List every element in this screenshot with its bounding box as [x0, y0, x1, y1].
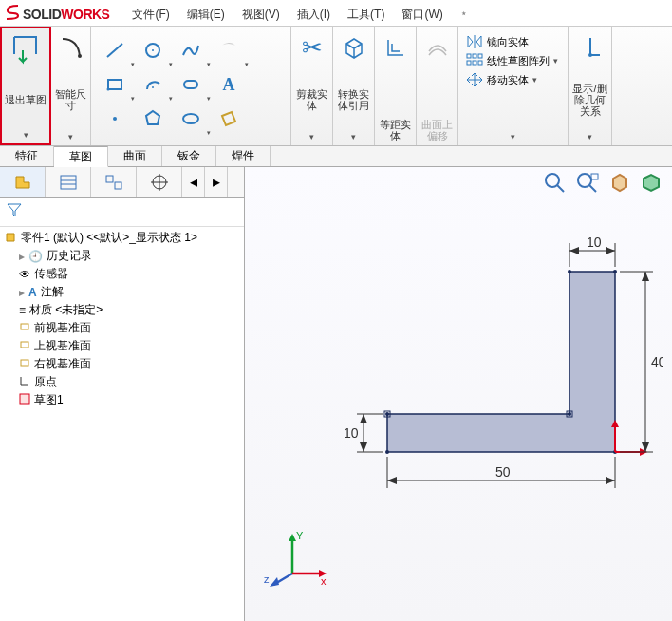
- display-delete-relations-button[interactable]: 显示/删除几何关系 ▾: [569, 27, 612, 145]
- exit-sketch-button[interactable]: 退出草图 ▾: [0, 27, 51, 145]
- svg-marker-73: [289, 534, 296, 541]
- svg-rect-12: [467, 54, 471, 58]
- svg-marker-79: [270, 577, 279, 587]
- ellipse-tool[interactable]: ▾: [173, 103, 209, 135]
- tree-origin[interactable]: 原点: [19, 373, 240, 391]
- material-icon: ≡: [19, 304, 26, 317]
- offset-entities-button[interactable]: 等距实体: [375, 27, 417, 145]
- chevron-down-icon[interactable]: ▾: [588, 132, 592, 141]
- svg-point-18: [588, 53, 592, 57]
- rectangle-tool[interactable]: ▾: [97, 68, 133, 101]
- convert-entities-button[interactable]: 转换实体引用 ▾: [333, 27, 375, 145]
- tree-right-plane[interactable]: 右视基准面: [19, 355, 240, 373]
- svg-rect-22: [106, 176, 113, 182]
- tab-sheetmetal[interactable]: 钣金: [162, 146, 216, 166]
- svg-rect-14: [478, 54, 482, 58]
- sensor-icon: 👁: [19, 268, 30, 281]
- chevron-down-icon[interactable]: ▾: [68, 132, 73, 141]
- feature-manager-tab[interactable]: [0, 167, 46, 197]
- tree-material[interactable]: ≡材质 <未指定>: [19, 301, 240, 319]
- svg-line-32: [557, 185, 564, 192]
- svg-point-38: [385, 450, 389, 454]
- tree-root-part[interactable]: 零件1 (默认) <<默认>_显示状态 1>: [4, 229, 240, 247]
- orientation-triad[interactable]: Y x z: [264, 526, 330, 593]
- fillet-tool[interactable]: ⌒▾: [211, 34, 247, 66]
- point-tool[interactable]: [97, 103, 133, 135]
- filter-row: [0, 198, 244, 227]
- tree-sketch1[interactable]: 草图1: [19, 391, 240, 409]
- annotation-icon: A: [28, 286, 37, 299]
- perpendicular-icon: [573, 30, 607, 65]
- graphics-area[interactable]: 50 10 10 40 Y: [245, 167, 672, 621]
- dimxpert-manager-tab[interactable]: [137, 167, 182, 197]
- svg-rect-27: [21, 324, 28, 329]
- ribbon: 退出草图 ▾ 智能尺寸 ▾ ▾ ▾ ▾ ⌒▾ ▾ ▾ ▾ A ▾ ✂ 剪: [0, 27, 672, 146]
- slot-tool[interactable]: ▾: [173, 68, 209, 101]
- svg-point-5: [107, 88, 110, 91]
- menu-view[interactable]: 视图(V): [242, 7, 280, 23]
- offset-on-surface-button[interactable]: 曲面上偏移: [417, 27, 458, 145]
- text-tool[interactable]: A: [211, 68, 247, 101]
- svg-rect-35: [591, 174, 598, 179]
- polygon-tool[interactable]: [135, 103, 171, 135]
- arc-tool[interactable]: ▾: [135, 68, 171, 101]
- svg-line-34: [589, 185, 596, 192]
- chevron-down-icon[interactable]: ▾: [351, 132, 356, 141]
- svg-marker-58: [360, 442, 367, 452]
- tree-sensors[interactable]: 👁传感器: [19, 265, 240, 283]
- tab-features[interactable]: 特征: [0, 146, 54, 166]
- manager-tabs: ◂ ▸: [0, 167, 244, 198]
- solidworks-logo-text: SOLIDWORKS: [23, 7, 109, 22]
- configuration-manager-tab[interactable]: [91, 167, 137, 197]
- line-tool[interactable]: ▾: [97, 34, 133, 66]
- funnel-icon[interactable]: [6, 205, 23, 221]
- menu-edit[interactable]: 编辑(E): [187, 7, 225, 23]
- svg-rect-7: [184, 81, 197, 88]
- svg-text:10: 10: [344, 425, 359, 441]
- svg-text:40: 40: [651, 354, 663, 369]
- tab-sketch[interactable]: 草图: [54, 146, 108, 167]
- svg-rect-13: [473, 54, 476, 58]
- plane-icon: [19, 321, 30, 335]
- tab-surface[interactable]: 曲面: [108, 146, 162, 166]
- chevron-down-icon[interactable]: ▾: [309, 132, 314, 141]
- mirror-entities-button[interactable]: 镜向实体: [466, 34, 558, 49]
- svg-rect-15: [467, 61, 471, 65]
- menu-file[interactable]: 文件(F): [132, 7, 169, 23]
- circle-tool[interactable]: ▾: [135, 34, 171, 66]
- menu-tools[interactable]: 工具(T): [347, 7, 384, 23]
- property-manager-tab[interactable]: [46, 167, 91, 197]
- tree-history[interactable]: ▸🕘历史记录: [19, 247, 240, 265]
- svg-rect-29: [21, 360, 28, 366]
- scissors-icon: ✂: [295, 30, 329, 65]
- sketch-drawing: 50 10 10 40: [302, 234, 663, 547]
- manager-tabs-scroll-left[interactable]: ◂: [182, 167, 205, 197]
- zoom-area-icon[interactable]: [575, 171, 600, 198]
- exit-sketch-icon: [9, 32, 43, 66]
- smart-dimension-button[interactable]: 智能尺寸 ▾: [51, 27, 91, 145]
- trim-button[interactable]: ✂ 剪裁实体 ▾: [291, 27, 333, 145]
- spline-tool[interactable]: ▾: [173, 34, 209, 66]
- menu-insert[interactable]: 插入(I): [297, 7, 330, 23]
- tree-annotations[interactable]: ▸A注解: [19, 283, 240, 301]
- menu-window[interactable]: 窗口(W): [401, 7, 442, 23]
- svg-point-3: [152, 49, 154, 51]
- display-style-icon[interactable]: [640, 171, 664, 198]
- tree-top-plane[interactable]: 上视基准面: [19, 337, 240, 355]
- linear-pattern-button[interactable]: 线性草图阵列▾: [466, 53, 558, 68]
- chevron-down-icon[interactable]: ▾: [511, 132, 515, 141]
- manager-tabs-scroll-right[interactable]: ▸: [205, 167, 228, 197]
- zoom-fit-icon[interactable]: [543, 171, 568, 198]
- move-entities-button[interactable]: 移动实体▾: [466, 72, 558, 87]
- tree-front-plane[interactable]: 前视基准面: [19, 319, 240, 337]
- plane-icon: [19, 339, 30, 353]
- svg-rect-19: [61, 176, 76, 189]
- offset-icon: [379, 30, 413, 65]
- chevron-down-icon[interactable]: ▾: [24, 130, 28, 140]
- tab-weldments[interactable]: 焊件: [216, 146, 271, 166]
- svg-marker-9: [146, 111, 159, 124]
- menu-more-icon[interactable]: ⋆: [460, 7, 468, 23]
- svg-point-33: [578, 174, 591, 187]
- view-orientation-icon[interactable]: [607, 171, 632, 198]
- plane-tool[interactable]: [211, 103, 247, 135]
